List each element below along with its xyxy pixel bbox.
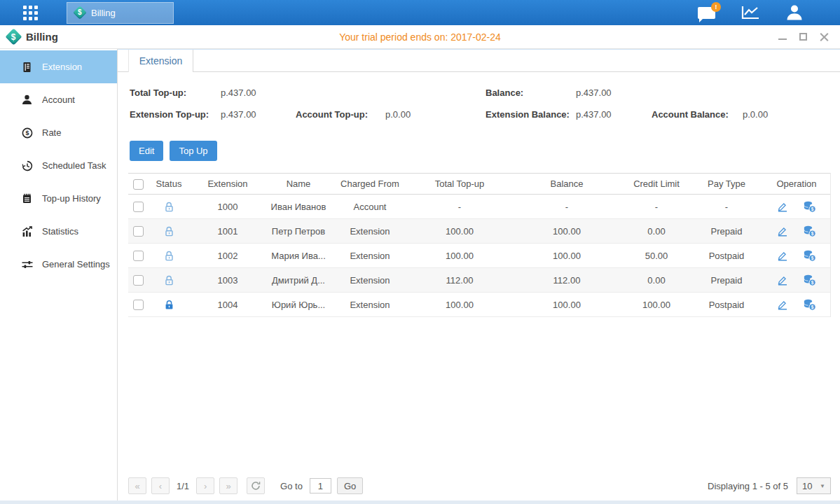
extension-balance-value: p.437.00 [576,109,612,120]
cell-balance: 100.00 [511,244,623,268]
cell-name: Петр Петров [266,219,331,244]
topup-coins-icon[interactable]: $ [803,299,816,311]
account-balance-label: Account Balance: [652,109,729,120]
apps-grid-icon[interactable] [23,6,38,20]
cell-credit-limit: - [623,195,690,219]
edit-pencil-icon[interactable] [777,226,788,237]
sidebar-item-rate[interactable]: $ Rate [0,116,117,149]
person-icon [21,94,33,105]
cell-balance: 100.00 [511,293,623,317]
cell-extension: 1004 [190,293,266,317]
cell-extension: 1003 [190,268,266,293]
col-pay-type: Pay Type [690,174,763,195]
page-size-select[interactable]: 10 ▼ [797,477,831,494]
table-row: 1002 Мария Ива... Extension 100.00 100.0… [128,244,830,268]
row-checkbox[interactable] [133,202,144,212]
window-title-bar: $ Billing Your trial period ends on: 201… [0,25,840,49]
cell-total-topup: 100.00 [408,244,511,268]
messages-icon[interactable]: ! [698,7,715,19]
table-row: 1004 Юрий Юрь... Extension 100.00 100.00… [128,293,830,317]
edit-pencil-icon[interactable] [777,300,788,310]
edit-pencil-icon[interactable] [777,275,788,286]
balance-value: p.437.00 [576,88,612,98]
cell-charged-from: Extension [331,293,408,317]
edit-button[interactable]: Edit [130,141,163,161]
row-checkbox[interactable] [133,226,144,237]
col-total-topup: Total Top-up [408,174,511,195]
closed-lock-icon[interactable] [163,299,175,311]
billing-diamond-icon: $ [5,28,22,45]
sidebar-item-label: Extension [42,62,82,72]
next-page-button[interactable]: › [196,477,214,494]
col-operation: Operation [763,174,830,195]
sidebar-item-general-settings[interactable]: General Settings [0,248,117,281]
goto-page-input[interactable] [310,478,331,493]
clock-history-icon [21,160,33,172]
billing-app-tab[interactable]: $ Billing [67,2,174,24]
sidebar-item-label: Statistics [42,226,78,237]
page-size-value: 10 [802,481,812,491]
topup-coins-icon[interactable]: $ [803,225,816,237]
sidebar-item-statistics[interactable]: Statistics [0,215,117,248]
cell-extension: 1000 [190,195,266,219]
trial-notice: Your trial period ends on: 2017-02-24 [0,31,840,43]
window-bottom-edge [0,500,840,504]
svg-text:$: $ [811,255,814,261]
topup-coins-icon[interactable]: $ [803,201,816,213]
user-icon[interactable] [785,4,804,21]
cell-pay-type: Postpaid [690,293,763,317]
cell-credit-limit: 100.00 [623,293,690,317]
edit-pencil-icon[interactable] [777,251,788,261]
close-icon[interactable] [820,32,829,41]
refresh-icon[interactable] [247,477,265,494]
table-row: 1000 Иван Иванов Account - - - - $ [128,195,830,219]
prev-page-button[interactable]: ‹ [151,477,170,494]
open-lock-icon[interactable] [163,274,175,286]
sidebar-item-topup-history[interactable]: Top-up History [0,182,117,215]
cell-total-topup: - [408,195,511,219]
cell-charged-from: Account [331,195,408,219]
sidebar-item-label: Scheduled Task [42,160,106,171]
row-checkbox[interactable] [133,275,144,286]
cell-total-topup: 112.00 [408,268,511,293]
table-row: 1003 Дмитрий Д... Extension 112.00 112.0… [128,268,830,293]
cell-pay-type: - [690,195,763,219]
pagination-bar: « ‹ 1/1 › » Go to Go Displaying 1 - 5 of… [128,477,831,495]
sidebar-item-account[interactable]: Account [0,83,117,116]
top-up-button[interactable]: Top Up [170,141,216,161]
edit-pencil-icon[interactable] [777,202,788,212]
window-title: Billing [26,31,58,43]
sidebar-item-label: Account [42,94,75,105]
sidebar-item-scheduled-task[interactable]: Scheduled Task [0,149,117,182]
tab-extension[interactable]: Extension [128,50,193,72]
cell-pay-type: Postpaid [690,244,763,268]
last-page-button[interactable]: » [219,477,237,494]
open-lock-icon[interactable] [163,250,175,262]
maximize-icon[interactable] [799,32,808,41]
row-checkbox[interactable] [133,300,144,310]
select-all-checkbox[interactable] [133,179,144,190]
page-indicator: 1/1 [177,481,189,491]
total-topup-value: p.437.00 [221,88,256,98]
go-button[interactable]: Go [337,477,363,494]
sidebar-item-extension[interactable]: Extension [0,50,117,83]
open-lock-icon[interactable] [163,225,175,237]
total-topup-label: Total Top-up: [130,88,186,98]
first-page-button[interactable]: « [128,477,146,494]
row-checkbox[interactable] [133,251,144,261]
cell-extension: 1002 [190,244,266,268]
topup-coins-icon[interactable]: $ [803,274,816,286]
extensions-table: Status Extension Name Charged From Total… [128,173,831,317]
minimize-icon[interactable] [778,32,787,41]
cell-charged-from: Extension [331,219,408,244]
svg-text:$: $ [811,231,814,237]
cell-credit-limit: 0.00 [623,268,690,293]
reports-chart-icon[interactable] [741,5,760,20]
balance-label: Balance: [486,88,523,98]
topup-coins-icon[interactable]: $ [803,250,816,262]
open-lock-icon[interactable] [163,201,175,213]
cell-credit-limit: 0.00 [623,219,690,244]
goto-label: Go to [280,481,303,491]
sidebar-item-label: Rate [42,127,61,138]
sidebar-item-label: General Settings [42,259,110,270]
